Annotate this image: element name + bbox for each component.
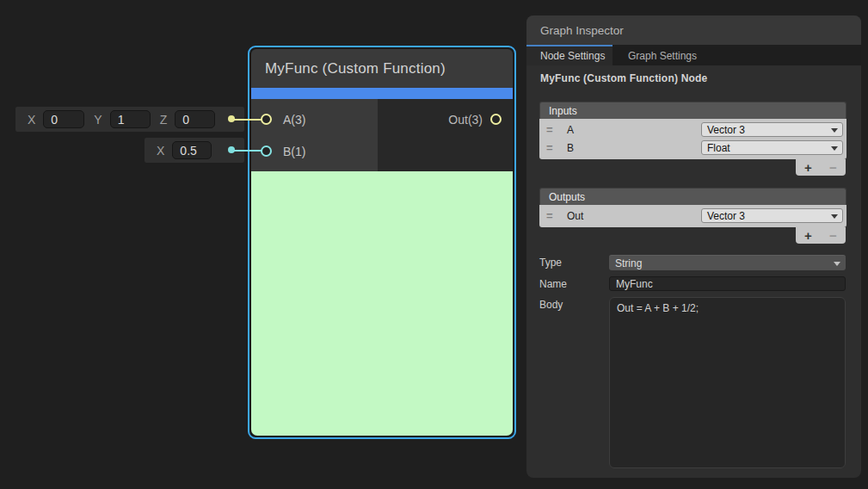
drag-handle-icon[interactable]: = [546, 121, 557, 139]
output-out-name: Out [567, 210, 701, 222]
vector3-y-label: Y [94, 113, 102, 127]
inputs-list-footer: + − [539, 159, 846, 176]
output-out-type-dropdown[interactable]: Vector 3 [701, 208, 843, 223]
input-b-type-value: Float [707, 142, 730, 154]
tab-node-settings[interactable]: Node Settings [526, 45, 613, 65]
chevron-down-icon [831, 214, 838, 219]
input-b-name: B [567, 142, 701, 154]
wire-vector3-to-a[interactable] [234, 119, 263, 121]
outputs-list-header: Outputs [539, 188, 846, 205]
input-a-type-value: Vector 3 [707, 124, 745, 136]
list-item[interactable]: = A Vector 3 [539, 121, 846, 139]
inputs-list-rows: = A Vector 3 = B Float [539, 119, 846, 159]
vector3-x-field[interactable]: 0 [43, 110, 84, 128]
remove-input-button[interactable]: − [829, 159, 837, 176]
graph-inspector-panel: Graph Inspector Node Settings Graph Sett… [526, 15, 861, 478]
node-settings-heading: MyFunc (Custom Function) Node [540, 72, 846, 84]
inputs-list-header: Inputs [539, 102, 846, 119]
node-input-ports-panel [251, 99, 378, 171]
outputs-list: Outputs = Out Vector 3 + − [539, 188, 846, 244]
vector3-input-widget: X 0 Y 1 Z 0 [15, 107, 244, 132]
drag-handle-icon[interactable]: = [546, 207, 557, 225]
tab-graph-settings[interactable]: Graph Settings [613, 45, 712, 65]
body-row: Body Out = A + B + 1/2; [539, 297, 846, 468]
port-out-icon[interactable] [490, 114, 502, 125]
port-a-label: A(3) [283, 113, 305, 127]
outputs-list-rows: = Out Vector 3 [539, 205, 846, 227]
name-field[interactable]: MyFunc [609, 276, 846, 291]
type-row: Type String [539, 255, 846, 270]
node-title[interactable]: MyFunc (Custom Function) [251, 49, 513, 88]
type-label: Type [539, 255, 609, 270]
type-dropdown[interactable]: String [609, 255, 846, 270]
list-item[interactable]: = Out Vector 3 [539, 207, 846, 225]
vector3-z-field[interactable]: 0 [175, 110, 215, 128]
list-item[interactable]: = B Float [539, 139, 846, 157]
input-a-type-dropdown[interactable]: Vector 3 [701, 122, 843, 137]
inspector-body: MyFunc (Custom Function) Node Inputs = A… [526, 65, 861, 468]
vector3-z-label: Z [160, 113, 168, 127]
output-out-type-value: Vector 3 [707, 210, 745, 222]
add-input-button[interactable]: + [804, 159, 812, 176]
node-accent-bar [251, 88, 513, 99]
vector3-x-label: X [28, 113, 35, 127]
wire-float-to-b[interactable] [234, 150, 263, 152]
port-a-icon[interactable] [261, 114, 272, 125]
body-label: Body [539, 297, 609, 311]
node-ports-section: A(3) B(1) Out(3) [251, 99, 513, 171]
outputs-list-footer: + − [539, 227, 846, 244]
add-output-button[interactable]: + [804, 227, 812, 244]
port-b-label: B(1) [283, 145, 305, 158]
input-a-name: A [567, 124, 701, 136]
drag-handle-icon[interactable]: = [546, 139, 557, 157]
chevron-down-icon [831, 128, 838, 133]
input-b-type-dropdown[interactable]: Float [701, 140, 843, 155]
inspector-tabs: Node Settings Graph Settings [526, 45, 861, 65]
node-preview [251, 171, 513, 436]
float-input-widget: X 0.5 [145, 138, 244, 163]
graph-inspector-title[interactable]: Graph Inspector [526, 15, 861, 45]
float-x-field[interactable]: 0.5 [172, 141, 212, 159]
port-b-icon[interactable] [261, 145, 272, 157]
chevron-down-icon [831, 146, 838, 151]
port-out-label: Out(3) [448, 113, 483, 127]
body-textarea[interactable]: Out = A + B + 1/2; [609, 297, 846, 468]
vector3-y-field[interactable]: 1 [110, 110, 151, 128]
float-x-label: X [157, 144, 164, 158]
type-value: String [615, 257, 642, 269]
remove-output-button[interactable]: − [829, 227, 837, 244]
custom-function-node[interactable]: MyFunc (Custom Function) A(3) B(1) Out(3… [248, 46, 516, 439]
chevron-down-icon [834, 262, 840, 266]
name-label: Name [539, 276, 609, 291]
inputs-list: Inputs = A Vector 3 = B Float + − [539, 102, 846, 176]
name-row: Name MyFunc [539, 276, 846, 291]
